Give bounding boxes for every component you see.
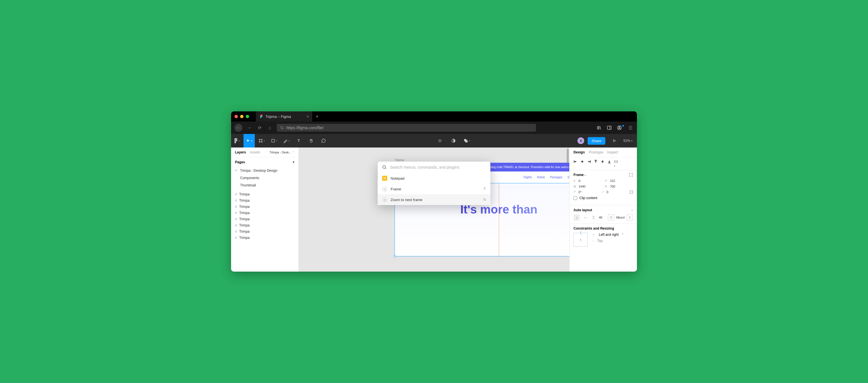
svg-rect-0 xyxy=(260,115,261,116)
recent-icon: ◷ xyxy=(382,186,387,192)
design-tab[interactable]: Design xyxy=(574,150,585,154)
left-panel-tabs: Layers Assets Trimpa - Desk... ⌃ xyxy=(231,148,299,157)
direction-horizontal-icon[interactable]: → xyxy=(582,214,588,220)
constraints-widget[interactable]: + xyxy=(574,233,588,247)
component-icon[interactable] xyxy=(434,134,445,148)
alignment-grid-icon[interactable] xyxy=(627,214,633,220)
resize-to-fit-icon[interactable] xyxy=(629,173,633,177)
align-top-icon[interactable] xyxy=(594,159,598,168)
constraint-vertical[interactable]: ↕ Top xyxy=(592,239,633,243)
reload-button[interactable]: ⟳ xyxy=(256,125,262,130)
new-tab-button[interactable]: + xyxy=(316,114,319,120)
url-input[interactable]: https://figma.com/file/ xyxy=(277,124,536,132)
mask-icon[interactable] xyxy=(448,134,459,148)
width-field[interactable]: W1440 xyxy=(574,185,602,188)
spacing-value[interactable]: 48 xyxy=(599,216,602,219)
clip-content-checkbox[interactable]: Clip content xyxy=(574,196,597,200)
browser-tab[interactable]: Tripma – Figma × xyxy=(256,111,312,122)
svg-rect-20 xyxy=(272,139,275,142)
svg-line-25 xyxy=(385,168,386,169)
layer-item[interactable]: #Trimpa xyxy=(231,198,299,204)
x-field[interactable]: X0 xyxy=(574,179,602,182)
sidebar-icon[interactable] xyxy=(607,125,613,130)
layer-item[interactable]: #Trimpa xyxy=(231,235,299,241)
right-panel-tabs: Design Prototype Inspect xyxy=(569,148,637,157)
layer-item[interactable]: #Trimpa xyxy=(231,210,299,216)
close-window-button[interactable] xyxy=(235,115,238,118)
align-center-h-icon[interactable] xyxy=(580,159,584,168)
move-tool-button[interactable]: ▾ xyxy=(244,134,255,148)
pen-tool-button[interactable]: ▾ xyxy=(281,134,292,148)
page-item[interactable]: Components xyxy=(231,174,299,182)
library-icon[interactable] xyxy=(597,125,603,130)
remove-auto-layout-button[interactable]: − xyxy=(631,208,633,212)
align-right-icon[interactable] xyxy=(587,159,591,168)
nav-hotels[interactable]: Hotels xyxy=(537,176,545,179)
figma-icon xyxy=(259,115,263,118)
frame-icon: # xyxy=(235,193,237,196)
hand-tool-button[interactable] xyxy=(306,134,317,148)
frame-label[interactable]: Tripma xyxy=(395,158,404,161)
radius-field[interactable]: 0 xyxy=(602,190,626,194)
hamburger-menu-button[interactable]: ☰ xyxy=(627,125,633,130)
shape-tool-button[interactable]: ▾ xyxy=(268,134,280,148)
back-button[interactable]: ← xyxy=(235,124,242,132)
layer-item[interactable]: #Trimpa xyxy=(231,204,299,210)
frame-icon: # xyxy=(235,217,237,221)
notepad-icon: N xyxy=(382,176,387,181)
command-item-zoom-next[interactable]: ◷ Zoom to next frame N xyxy=(378,194,490,205)
rotation-field[interactable]: 0° xyxy=(574,190,598,194)
add-page-button[interactable]: + xyxy=(292,160,294,164)
expand-radius-icon[interactable] xyxy=(629,190,633,194)
zoom-selector[interactable]: 51% ▾ xyxy=(623,139,632,143)
frame-tool-button[interactable]: ▾ xyxy=(256,134,267,148)
layer-item[interactable]: #Trimpa xyxy=(231,191,299,198)
layer-item[interactable]: #Trimpa xyxy=(231,216,299,222)
center-guide xyxy=(499,183,499,256)
boolean-icon[interactable]: ▾ xyxy=(461,134,473,148)
layer-item[interactable]: #Trimpa xyxy=(231,222,299,229)
assets-tab[interactable]: Assets xyxy=(250,150,260,154)
canvas[interactable]: Tripma Join Tripma today and save up to … xyxy=(299,148,569,272)
tab-close-button[interactable]: × xyxy=(307,114,309,119)
distribute-icon[interactable]: ▾ xyxy=(614,159,618,168)
layer-item[interactable]: #Trimpa xyxy=(231,229,299,235)
page-item[interactable]: Trimpa - Desktop Design xyxy=(231,167,299,174)
nav-flights[interactable]: Flights xyxy=(524,176,532,179)
align-left-icon[interactable] xyxy=(574,159,578,168)
inspect-tab[interactable]: Inspect xyxy=(607,150,618,154)
nav-packages[interactable]: Packages xyxy=(550,176,562,179)
svg-point-14 xyxy=(236,140,237,142)
account-icon[interactable] xyxy=(617,125,623,130)
direction-vertical-icon[interactable]: ↓ xyxy=(574,214,580,220)
minimize-window-button[interactable] xyxy=(240,115,244,118)
browser-window: Tripma – Figma × + ← → ⟳ ⌂ https://figma… xyxy=(231,111,637,272)
constraint-horizontal[interactable]: ↔ Left and right ▾ xyxy=(592,233,633,237)
frame-icon: # xyxy=(235,224,237,227)
selection-handle[interactable] xyxy=(394,255,396,257)
user-avatar[interactable]: A xyxy=(578,137,584,144)
nav-signin[interactable]: Sign in xyxy=(567,176,569,179)
y-field[interactable]: Y152 xyxy=(605,179,633,182)
layers-tab[interactable]: Layers xyxy=(235,150,246,154)
command-item-notepad[interactable]: N Notepad xyxy=(378,173,490,184)
command-search-input[interactable] xyxy=(390,165,486,170)
height-field[interactable]: H700 xyxy=(605,185,633,188)
frame-section-title[interactable]: Frame ▾ xyxy=(574,173,586,177)
prototype-tab[interactable]: Prototype xyxy=(589,150,603,154)
text-tool-button[interactable] xyxy=(293,134,304,148)
frame-icon: # xyxy=(235,205,237,209)
padding-value[interactable]: Mixed xyxy=(616,216,624,219)
align-center-v-icon[interactable] xyxy=(600,159,604,168)
home-button[interactable]: ⌂ xyxy=(267,125,273,130)
forward-button[interactable]: → xyxy=(246,125,252,130)
page-item[interactable]: Thumbnail xyxy=(231,182,299,189)
comment-tool-button[interactable] xyxy=(318,134,329,148)
present-button[interactable] xyxy=(609,134,620,148)
maximize-window-button[interactable] xyxy=(246,115,249,118)
align-bottom-icon[interactable] xyxy=(607,159,611,168)
page-selector[interactable]: Trimpa - Desk... ⌃ xyxy=(270,151,294,154)
share-button[interactable]: Share xyxy=(588,137,606,145)
command-item-frame[interactable]: ◷ Frame F xyxy=(378,184,490,194)
figma-menu-button[interactable]: ▾ xyxy=(231,134,242,148)
